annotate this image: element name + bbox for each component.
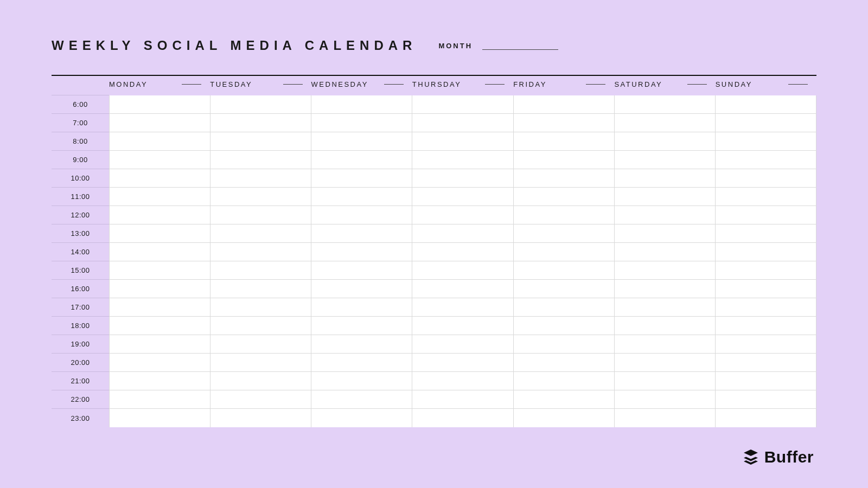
calendar-cell[interactable] [412,298,513,317]
calendar-cell[interactable] [614,354,715,372]
calendar-cell[interactable] [412,280,513,298]
month-input[interactable] [482,40,558,50]
calendar-cell[interactable] [715,261,816,280]
calendar-cell[interactable] [109,390,210,409]
calendar-cell[interactable] [311,335,412,354]
calendar-cell[interactable] [614,95,715,114]
calendar-cell[interactable] [412,224,513,243]
calendar-cell[interactable] [109,354,210,372]
calendar-cell[interactable] [715,206,816,224]
calendar-cell[interactable] [210,206,311,224]
calendar-cell[interactable] [614,317,715,335]
calendar-cell[interactable] [614,372,715,390]
calendar-cell[interactable] [412,132,513,151]
calendar-cell[interactable] [715,280,816,298]
calendar-cell[interactable] [614,224,715,243]
calendar-cell[interactable] [311,132,412,151]
calendar-cell[interactable] [412,206,513,224]
calendar-cell[interactable] [109,298,210,317]
calendar-cell[interactable] [311,298,412,317]
calendar-cell[interactable] [311,95,412,114]
calendar-cell[interactable] [412,151,513,169]
calendar-cell[interactable] [412,317,513,335]
calendar-cell[interactable] [715,169,816,188]
calendar-cell[interactable] [715,188,816,206]
calendar-cell[interactable] [210,224,311,243]
calendar-cell[interactable] [210,95,311,114]
calendar-cell[interactable] [109,335,210,354]
calendar-cell[interactable] [311,390,412,409]
calendar-cell[interactable] [210,298,311,317]
calendar-cell[interactable] [109,243,210,261]
calendar-cell[interactable] [109,372,210,390]
calendar-cell[interactable] [311,317,412,335]
calendar-cell[interactable] [210,151,311,169]
calendar-cell[interactable] [614,206,715,224]
calendar-cell[interactable] [109,261,210,280]
calendar-cell[interactable] [210,280,311,298]
day-date-input[interactable] [182,84,201,85]
calendar-cell[interactable] [412,243,513,261]
calendar-cell[interactable] [109,280,210,298]
day-date-input[interactable] [788,84,808,85]
calendar-cell[interactable] [513,354,614,372]
calendar-cell[interactable] [614,409,715,427]
calendar-cell[interactable] [614,188,715,206]
calendar-cell[interactable] [614,335,715,354]
calendar-cell[interactable] [614,114,715,132]
calendar-cell[interactable] [513,409,614,427]
calendar-cell[interactable] [614,280,715,298]
calendar-cell[interactable] [311,151,412,169]
calendar-cell[interactable] [513,280,614,298]
calendar-cell[interactable] [614,390,715,409]
calendar-cell[interactable] [109,188,210,206]
calendar-cell[interactable] [715,372,816,390]
calendar-cell[interactable] [210,372,311,390]
calendar-cell[interactable] [311,354,412,372]
calendar-cell[interactable] [715,390,816,409]
calendar-cell[interactable] [513,132,614,151]
calendar-cell[interactable] [311,188,412,206]
calendar-cell[interactable] [715,151,816,169]
calendar-cell[interactable] [513,151,614,169]
calendar-cell[interactable] [614,132,715,151]
calendar-cell[interactable] [311,169,412,188]
calendar-cell[interactable] [210,169,311,188]
calendar-cell[interactable] [715,114,816,132]
day-date-input[interactable] [586,84,605,85]
calendar-cell[interactable] [513,335,614,354]
calendar-cell[interactable] [513,243,614,261]
calendar-cell[interactable] [513,95,614,114]
calendar-cell[interactable] [412,354,513,372]
calendar-cell[interactable] [715,409,816,427]
calendar-cell[interactable] [614,243,715,261]
calendar-cell[interactable] [715,95,816,114]
calendar-cell[interactable] [210,188,311,206]
calendar-cell[interactable] [109,151,210,169]
calendar-cell[interactable] [614,298,715,317]
calendar-cell[interactable] [109,317,210,335]
calendar-cell[interactable] [513,188,614,206]
calendar-cell[interactable] [210,114,311,132]
calendar-cell[interactable] [614,261,715,280]
calendar-cell[interactable] [109,114,210,132]
calendar-cell[interactable] [412,114,513,132]
calendar-cell[interactable] [311,372,412,390]
calendar-cell[interactable] [412,261,513,280]
calendar-cell[interactable] [311,280,412,298]
day-date-input[interactable] [687,84,707,85]
calendar-cell[interactable] [109,169,210,188]
calendar-cell[interactable] [210,354,311,372]
calendar-cell[interactable] [210,335,311,354]
calendar-cell[interactable] [513,261,614,280]
calendar-cell[interactable] [715,243,816,261]
calendar-cell[interactable] [210,409,311,427]
day-date-input[interactable] [485,84,505,85]
calendar-cell[interactable] [109,132,210,151]
calendar-cell[interactable] [715,298,816,317]
calendar-cell[interactable] [715,335,816,354]
calendar-cell[interactable] [109,409,210,427]
calendar-cell[interactable] [513,372,614,390]
calendar-cell[interactable] [311,243,412,261]
calendar-cell[interactable] [412,335,513,354]
